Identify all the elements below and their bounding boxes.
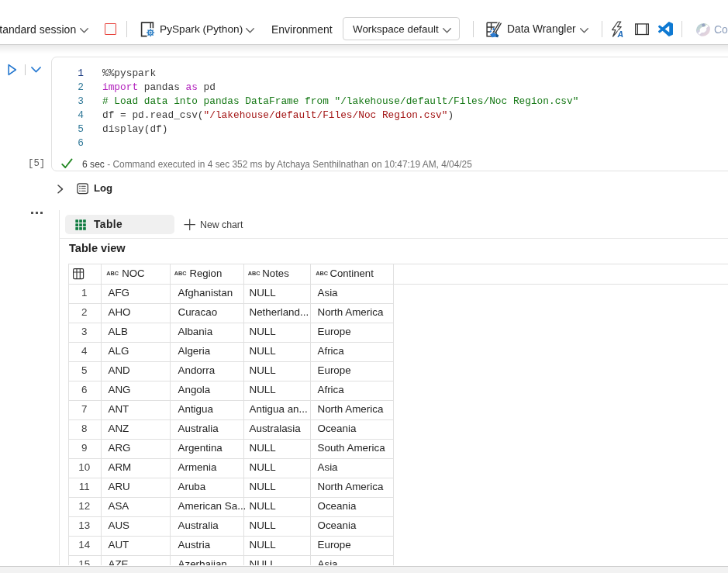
svg-text:A: A (617, 29, 624, 39)
